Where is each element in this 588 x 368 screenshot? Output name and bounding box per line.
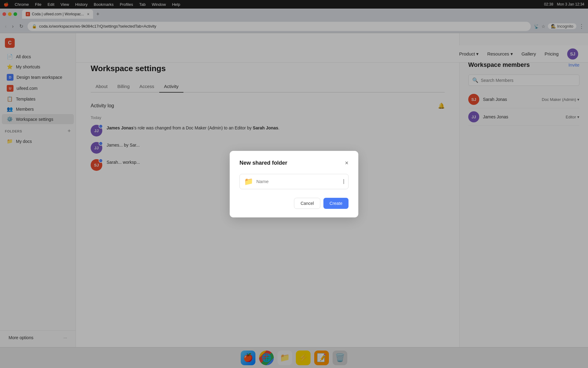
modal-footer: Cancel Create bbox=[239, 198, 349, 209]
create-button[interactable]: Create bbox=[323, 198, 349, 209]
modal-input-row[interactable]: 📁 bbox=[239, 174, 349, 189]
modal-title: New shared folder bbox=[239, 160, 287, 166]
modal-overlay[interactable]: New shared folder × 📁 Cancel Create bbox=[0, 0, 588, 368]
modal-header: New shared folder × bbox=[239, 159, 349, 167]
folder-icon-modal: 📁 bbox=[244, 177, 253, 186]
new-shared-folder-modal: New shared folder × 📁 Cancel Create bbox=[230, 151, 358, 217]
folder-name-input[interactable] bbox=[256, 179, 340, 184]
modal-close-button[interactable]: × bbox=[345, 159, 349, 167]
text-cursor bbox=[344, 179, 344, 184]
cancel-button[interactable]: Cancel bbox=[294, 198, 320, 209]
